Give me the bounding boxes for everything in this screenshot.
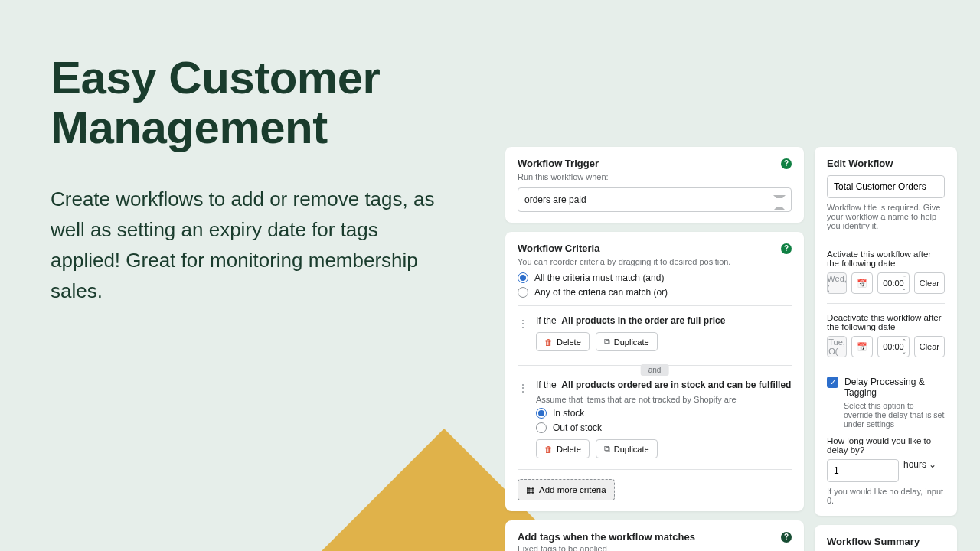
edit-workflow-title: Edit Workflow xyxy=(827,158,945,169)
add-icon: ▦ xyxy=(526,484,534,495)
trigger-select[interactable]: orders are paid xyxy=(518,187,792,212)
summary-title: Workflow Summary xyxy=(827,536,945,547)
drag-handle-icon[interactable]: ⋮ xyxy=(518,383,528,393)
delay-value-input[interactable] xyxy=(827,459,899,482)
radio-icon xyxy=(518,287,528,298)
criteria-subtitle: You can reorder criteria by dragging it … xyxy=(518,257,792,266)
delay-checkbox-row[interactable]: ✓ Delay Processing & Tagging xyxy=(827,377,945,398)
workflow-criteria-card: Workflow Criteria ? You can reorder crit… xyxy=(505,232,804,511)
help-icon[interactable]: ? xyxy=(781,243,792,254)
edit-workflow-card: Edit Workflow Workflow title is required… xyxy=(815,147,957,516)
activate-time-select[interactable]: 00:00 xyxy=(877,272,910,294)
calendar-icon[interactable]: 📅 xyxy=(851,336,873,357)
radio-all-match[interactable]: All the criteria must match (and) xyxy=(518,272,792,283)
workflow-name-input[interactable] xyxy=(827,175,945,198)
radio-icon xyxy=(536,422,547,433)
criteria-title: Workflow Criteria xyxy=(518,243,599,254)
delay-question: How long would you like to delay by? xyxy=(827,436,945,455)
delete-button[interactable]: 🗑Delete xyxy=(536,439,590,458)
drag-handle-icon[interactable]: ⋮ xyxy=(518,318,528,329)
add-criteria-button[interactable]: ▦ Add more criteria xyxy=(518,479,615,500)
radio-icon xyxy=(518,272,528,283)
workflow-name-help: Workflow title is required. Give your wo… xyxy=(827,203,945,230)
add-tags-card: Add tags when the workflow matches ? Fix… xyxy=(505,520,804,551)
clear-button[interactable]: Clear xyxy=(914,336,945,357)
checkbox-checked-icon: ✓ xyxy=(827,377,838,388)
duplicate-icon: ⧉ xyxy=(604,444,610,454)
delay-help: Select this option to override the delay… xyxy=(844,401,945,429)
delay-unit-select[interactable]: hours ⌄ xyxy=(903,459,945,482)
clear-button[interactable]: Clear xyxy=(914,272,945,294)
deactivate-date-field: Tue, O( xyxy=(827,336,847,357)
radio-out-of-stock[interactable]: Out of stock xyxy=(536,422,792,433)
trigger-title: Workflow Trigger xyxy=(518,158,599,169)
duplicate-button[interactable]: ⧉Duplicate xyxy=(596,439,658,458)
criteria-item: If the All products in the order are ful… xyxy=(536,315,792,326)
criteria-assumption-label: Assume that items that are not tracked b… xyxy=(536,395,792,404)
tags-card-title: Add tags when the workflow matches xyxy=(518,531,695,543)
duplicate-button[interactable]: ⧉Duplicate xyxy=(596,332,658,351)
delete-button[interactable]: 🗑Delete xyxy=(536,332,590,351)
deactivate-date-label: Deactivate this workflow after the follo… xyxy=(827,313,945,331)
and-connector: and xyxy=(641,364,669,376)
help-icon[interactable]: ? xyxy=(781,532,792,543)
trash-icon: 🗑 xyxy=(544,337,553,347)
duplicate-icon: ⧉ xyxy=(604,337,610,347)
activate-date-label: Activate this workflow after the followi… xyxy=(827,249,945,268)
calendar-icon[interactable]: 📅 xyxy=(851,272,873,294)
trash-icon: 🗑 xyxy=(544,445,553,454)
hero-body: Create workflows to add or remove tags, … xyxy=(51,184,449,307)
delay-hint: If you would like no delay, input 0. xyxy=(827,487,945,505)
hero-section: Easy Customer Management Create workflow… xyxy=(51,54,449,307)
deactivate-time-select[interactable]: 00:00 xyxy=(877,336,910,357)
trigger-subtitle: Run this workflow when: xyxy=(518,172,792,181)
radio-any-match[interactable]: Any of the criteria can match (or) xyxy=(518,287,792,298)
radio-icon xyxy=(536,408,547,419)
activate-date-field: Wed, ( xyxy=(827,272,847,294)
hero-title: Easy Customer Management xyxy=(51,54,449,153)
workflow-trigger-card: Workflow Trigger ? Run this workflow whe… xyxy=(505,147,804,223)
workflow-summary-card: Workflow Summary When an order is paid, … xyxy=(815,525,957,551)
tags-card-sub: Fixed tags to be applied xyxy=(518,544,792,551)
criteria-item: If the All products ordered are in stock… xyxy=(536,380,792,390)
help-icon[interactable]: ? xyxy=(781,158,792,169)
radio-in-stock[interactable]: In stock xyxy=(536,408,792,419)
